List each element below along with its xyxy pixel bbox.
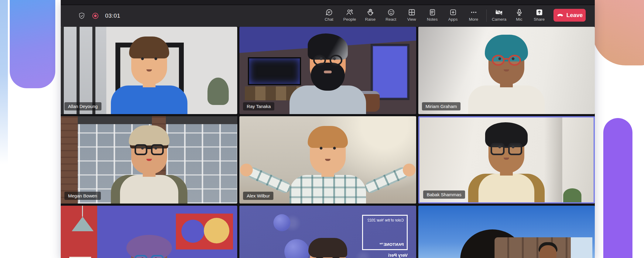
avatar-video: Color of the Year 2022 PANTONE™ Very Per… <box>239 206 416 258</box>
video-tile-allan-deyoung[interactable]: Allan Deyoung <box>61 27 237 114</box>
raise-label: Raise <box>365 17 376 22</box>
apps-label: Apps <box>448 17 458 22</box>
pendant-lamp-decor <box>72 217 94 231</box>
mic-label: Mic <box>516 17 522 22</box>
view-label: View <box>407 17 416 22</box>
window-titlebar <box>61 0 595 5</box>
beard <box>311 63 345 91</box>
more-button[interactable]: More <box>463 6 484 25</box>
chat-label: Chat <box>325 17 334 22</box>
people-icon <box>346 8 354 16</box>
shield-check-icon <box>78 12 86 20</box>
participant-name: Miriam Graham <box>426 104 457 109</box>
pantone-brand: PANTONE™ <box>366 242 404 247</box>
avatar <box>461 43 552 114</box>
participant-name-tag: Megan Bowen <box>64 192 101 200</box>
glasses <box>492 55 521 66</box>
recording-indicator-icon <box>92 12 99 19</box>
chat-button[interactable]: Chat <box>319 6 339 25</box>
glasses <box>491 143 522 155</box>
toolbar-divider <box>486 9 487 22</box>
glasses <box>313 257 342 258</box>
people-button[interactable]: People <box>339 6 360 25</box>
avatar-video <box>61 116 237 204</box>
wall-frame-decor <box>69 257 91 258</box>
red-wall-decor <box>61 206 97 258</box>
avatar-video <box>420 117 594 202</box>
decor-blob-bottom-right <box>603 118 632 258</box>
video-tile-8[interactable]: Color of the Year 2022 PANTONE™ Very Per… <box>239 206 416 258</box>
glasses <box>135 144 164 155</box>
apps-plus-icon <box>449 8 457 16</box>
participant-name-tag: Ray Tanaka <box>243 102 274 110</box>
raise-hand-button[interactable]: Raise <box>360 6 381 25</box>
decor-blob-left <box>10 0 55 88</box>
share-button[interactable]: Share <box>529 6 549 25</box>
pantone-box: Color of the Year 2022 PANTONE™ <box>362 215 408 250</box>
video-tile-miriam-graham[interactable]: Miriam Graham <box>418 27 595 114</box>
avatar <box>104 43 195 114</box>
avatar <box>282 245 373 258</box>
glasses <box>135 255 164 258</box>
arm <box>363 166 409 195</box>
brick-pillar-decor <box>61 116 78 204</box>
people-label: People <box>343 17 356 22</box>
grid-view-icon <box>408 8 416 16</box>
video-tile-alex-wilbur[interactable]: Alex Wilbur <box>239 116 416 204</box>
avatar-video <box>239 116 416 204</box>
circle-decor <box>204 218 229 243</box>
apps-button[interactable]: Apps <box>443 6 463 25</box>
toolbar-controls: Chat People <box>319 6 586 26</box>
video-tile-babak-shammas[interactable]: Babak Shammas <box>418 116 595 204</box>
meeting-status: 03:01 <box>78 5 120 23</box>
arm <box>246 166 292 195</box>
notes-button[interactable]: Notes <box>422 6 443 25</box>
react-label: React <box>385 17 396 22</box>
participant-name: Allan Deyoung <box>68 104 98 109</box>
notes-label: Notes <box>427 17 437 22</box>
view-button[interactable]: View <box>401 6 422 25</box>
plant-decor <box>207 78 229 105</box>
meeting-toolbar: 03:01 Chat People <box>61 5 595 27</box>
chat-bubble-icon <box>325 8 333 16</box>
camera-button[interactable]: Camera <box>489 6 509 25</box>
share-tray-icon <box>535 8 543 16</box>
camera-off-icon <box>495 8 504 16</box>
video-grid: Allan Deyoung Ray Tanaka <box>61 27 595 258</box>
raise-hand-icon <box>366 8 375 16</box>
meeting-timer: 03:01 <box>105 12 120 19</box>
participant-name: Alex Wilbur <box>247 193 270 198</box>
circle-decor <box>181 220 204 243</box>
pantone-line: Color of the Year 2022 <box>366 218 404 222</box>
avatar <box>104 243 195 258</box>
notes-icon <box>428 8 437 16</box>
video-tile-ray-tanaka[interactable]: Ray Tanaka <box>239 27 416 114</box>
participant-name-tag: Babak Shammas <box>423 190 465 199</box>
avatar <box>282 132 373 204</box>
picture-in-picture <box>495 237 592 258</box>
decor-blob-top-right <box>592 0 644 65</box>
leave-label: Leave <box>567 12 583 19</box>
avatar <box>282 43 373 114</box>
participant-name-tag: Alex Wilbur <box>243 192 273 200</box>
plant-decor <box>563 188 581 202</box>
mic-button[interactable]: Mic <box>509 6 529 25</box>
hang-up-icon <box>557 11 564 20</box>
avatar-video <box>61 206 237 258</box>
pantone-card-mirrored: Color of the Year 2022 PANTONE™ Very Per… <box>362 215 408 258</box>
video-tile-megan-bowen[interactable]: Megan Bowen <box>61 116 237 204</box>
sphere-decor <box>273 214 290 231</box>
leave-button[interactable]: Leave <box>553 9 586 22</box>
smiley-icon <box>387 8 395 16</box>
camera-label: Camera <box>492 17 506 22</box>
avatar-video <box>61 27 237 114</box>
glasses <box>313 55 342 66</box>
teams-meeting-window: 03:01 Chat People <box>61 0 595 258</box>
video-tile-7[interactable] <box>61 206 237 258</box>
microphone-icon <box>515 8 523 16</box>
more-label: More <box>469 17 478 22</box>
pip-avatar-head <box>540 245 557 258</box>
react-button[interactable]: React <box>381 6 401 25</box>
video-tile-9[interactable] <box>418 206 595 258</box>
pantone-color-name: Very Peri <box>362 253 408 258</box>
